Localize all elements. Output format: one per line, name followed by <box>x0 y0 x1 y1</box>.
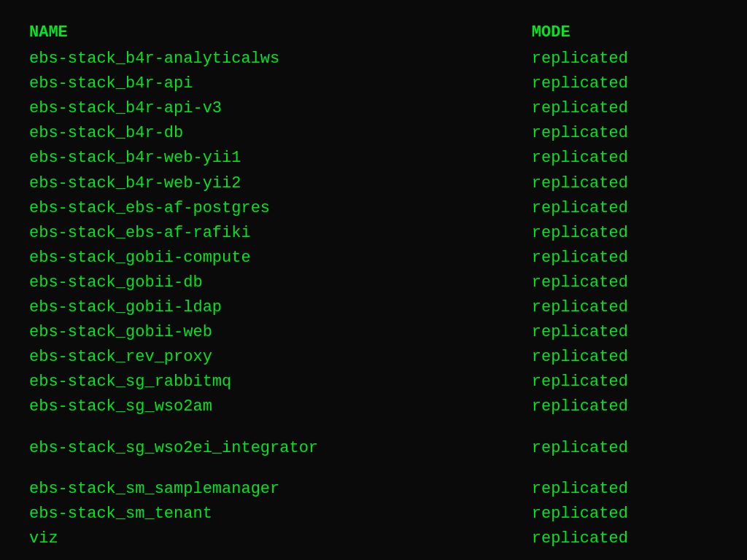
service-mode: replicated <box>532 146 718 171</box>
service-mode: replicated <box>532 394 718 419</box>
service-name: viz <box>29 526 532 551</box>
spacer-row <box>29 420 718 436</box>
service-mode: replicated <box>532 47 718 71</box>
service-mode: replicated <box>532 221 718 246</box>
service-mode: replicated <box>532 196 718 221</box>
service-name: ebs-stack_b4r-web-yii1 <box>29 146 532 171</box>
service-mode: replicated <box>532 320 718 345</box>
table-row: ebs-stack_b4r-dbreplicated <box>29 121 718 146</box>
service-mode: replicated <box>532 502 718 526</box>
service-mode: replicated <box>532 370 718 394</box>
table-row: vizreplicated <box>29 526 718 551</box>
table-row: ebs-stack_gobii-ldapreplicated <box>29 295 718 320</box>
service-table: NAME MODE ebs-stack_b4r-analyticalwsrepl… <box>29 20 718 551</box>
table-row: ebs-stack_b4r-api-v3replicated <box>29 96 718 121</box>
service-name: ebs-stack_sg_wso2ei_integrator <box>29 436 532 461</box>
service-name: ebs-stack_ebs-af-rafiki <box>29 221 532 246</box>
service-name: ebs-stack_rev_proxy <box>29 345 532 370</box>
spacer-row <box>29 461 718 477</box>
service-name: ebs-stack_b4r-api <box>29 71 532 96</box>
service-mode: replicated <box>532 295 718 320</box>
service-mode: replicated <box>532 171 718 196</box>
table-row: ebs-stack_gobii-computereplicated <box>29 246 718 271</box>
table-row: ebs-stack_sg_wso2ei_integratorreplicated <box>29 436 718 461</box>
table-row: ebs-stack_b4r-web-yii2replicated <box>29 171 718 196</box>
service-name: ebs-stack_gobii-ldap <box>29 295 532 320</box>
service-name: ebs-stack_b4r-api-v3 <box>29 96 532 121</box>
mode-column-header: MODE <box>532 20 718 47</box>
table-row: ebs-stack_sg_rabbitmqreplicated <box>29 370 718 394</box>
name-column-header: NAME <box>29 20 532 47</box>
service-mode: replicated <box>532 271 718 295</box>
table-row: ebs-stack_b4r-apireplicated <box>29 71 718 96</box>
table-row: ebs-stack_sm_samplemanagerreplicated <box>29 477 718 502</box>
table-header: NAME MODE <box>29 20 718 47</box>
service-mode: replicated <box>532 121 718 146</box>
service-mode: replicated <box>532 96 718 121</box>
table-row: ebs-stack_b4r-web-yii1replicated <box>29 146 718 171</box>
service-name: ebs-stack_sm_tenant <box>29 502 532 526</box>
service-mode: replicated <box>532 246 718 271</box>
service-name: ebs-stack_sg_wso2am <box>29 394 532 419</box>
service-mode: replicated <box>532 71 718 96</box>
service-name: ebs-stack_b4r-db <box>29 121 532 146</box>
service-name: ebs-stack_gobii-db <box>29 271 532 295</box>
table-row: ebs-stack_ebs-af-rafikireplicated <box>29 221 718 246</box>
service-name: ebs-stack_b4r-analyticalws <box>29 47 532 71</box>
table-row: ebs-stack_rev_proxyreplicated <box>29 345 718 370</box>
table-row: ebs-stack_sm_tenantreplicated <box>29 502 718 526</box>
table-row: ebs-stack_gobii-dbreplicated <box>29 271 718 295</box>
table-row: ebs-stack_b4r-analyticalwsreplicated <box>29 47 718 71</box>
service-mode: replicated <box>532 477 718 502</box>
service-mode: replicated <box>532 526 718 551</box>
service-name: ebs-stack_sm_samplemanager <box>29 477 532 502</box>
service-name: ebs-stack_ebs-af-postgres <box>29 196 532 221</box>
service-name: ebs-stack_gobii-compute <box>29 246 532 271</box>
service-name: ebs-stack_b4r-web-yii2 <box>29 171 532 196</box>
table-body: ebs-stack_b4r-analyticalwsreplicatedebs-… <box>29 47 718 551</box>
table-row: ebs-stack_sg_wso2amreplicated <box>29 394 718 419</box>
table-row: ebs-stack_ebs-af-postgresreplicated <box>29 196 718 221</box>
service-mode: replicated <box>532 436 718 461</box>
terminal-window: NAME MODE ebs-stack_b4r-analyticalwsrepl… <box>0 0 747 560</box>
table-row: ebs-stack_gobii-webreplicated <box>29 320 718 345</box>
service-name: ebs-stack_sg_rabbitmq <box>29 370 532 394</box>
service-mode: replicated <box>532 345 718 370</box>
service-name: ebs-stack_gobii-web <box>29 320 532 345</box>
